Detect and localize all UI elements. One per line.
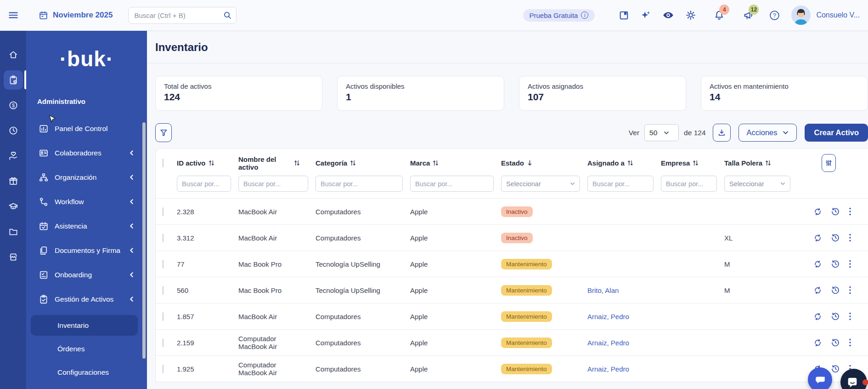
- bookmark-save-icon[interactable]: [619, 10, 629, 21]
- sort-toggle-icon[interactable]: [294, 160, 300, 166]
- kebab-menu-icon[interactable]: [849, 286, 851, 295]
- filter-input-nombre-del-activo[interactable]: [238, 176, 308, 192]
- row-checkbox[interactable]: [163, 207, 163, 216]
- sort-toggle-icon[interactable]: [627, 160, 633, 166]
- sidebar-subitem-configuraciones[interactable]: Configuraciones: [31, 362, 138, 383]
- sort-toggle-icon[interactable]: [433, 160, 439, 166]
- kebab-menu-icon[interactable]: [849, 233, 851, 242]
- kebab-menu-icon[interactable]: [849, 207, 851, 216]
- cell-marca: Apple: [410, 260, 501, 268]
- visibility-eye-icon[interactable]: [662, 9, 674, 21]
- cell-estado: Mantenimiento: [501, 338, 587, 348]
- settings-gear-icon[interactable]: [685, 10, 696, 21]
- sync-asset-icon[interactable]: [813, 234, 822, 242]
- select-all-checkbox[interactable]: [163, 159, 163, 167]
- history-icon[interactable]: [831, 233, 840, 242]
- rail-item-home[interactable]: [0, 42, 26, 67]
- download-button[interactable]: [713, 124, 731, 142]
- rail-item-clipboard-clock[interactable]: [0, 67, 26, 92]
- history-icon[interactable]: [831, 338, 840, 347]
- filter-input-marca[interactable]: [410, 176, 494, 192]
- sort-toggle-icon[interactable]: [209, 160, 214, 166]
- sidebar-item-panel-de-control[interactable]: Panel de Control: [26, 116, 147, 141]
- sidebar-subitem-ordenes[interactable]: Órdenes: [31, 338, 138, 359]
- row-checkbox[interactable]: [163, 260, 163, 269]
- history-icon[interactable]: [831, 312, 840, 321]
- sidebar-item-onboarding[interactable]: Onboarding: [26, 263, 147, 287]
- history-icon[interactable]: [831, 286, 840, 295]
- filter-input-asignado-a[interactable]: [587, 176, 654, 192]
- sync-asset-icon[interactable]: [813, 260, 822, 269]
- row-checkbox[interactable]: [163, 312, 163, 321]
- cell-asignado-a: Brito, Alan: [587, 286, 661, 294]
- page-size-select[interactable]: 50: [644, 124, 679, 141]
- sort-desc-icon[interactable]: [527, 160, 533, 166]
- sort-toggle-icon[interactable]: [350, 160, 356, 166]
- filter-input-empresa[interactable]: [661, 176, 717, 192]
- rail-item-hand-heart[interactable]: [0, 143, 26, 168]
- period-selector[interactable]: Noviembre 2025: [39, 11, 113, 20]
- rail-item-gift[interactable]: [0, 168, 26, 194]
- sidebar-item-colaboradores[interactable]: Colaboradores: [26, 141, 147, 165]
- assignee-link[interactable]: Arnaiz, Pedro: [587, 339, 629, 347]
- global-search-input[interactable]: [128, 7, 237, 24]
- stat-value: 124: [164, 92, 314, 103]
- sidebar-subitem-label: Configuraciones: [57, 368, 109, 377]
- sync-asset-icon[interactable]: [813, 207, 822, 216]
- stat-card-activos-disponibles: Activos disponibles 1: [337, 76, 504, 111]
- row-checkbox[interactable]: [163, 234, 163, 242]
- filter-input-id-activo[interactable]: [177, 176, 231, 192]
- filter-button[interactable]: [155, 123, 172, 142]
- sidebar-item-asistencia[interactable]: Asistencia: [26, 214, 147, 238]
- cell-categoria: Computadores: [316, 234, 410, 242]
- acciones-button[interactable]: Acciones: [738, 124, 797, 142]
- history-icon[interactable]: [831, 364, 840, 373]
- column-settings-button[interactable]: [822, 154, 836, 172]
- row-checkbox[interactable]: [163, 338, 163, 347]
- sort-toggle-icon[interactable]: [765, 160, 771, 166]
- crear-activo-button[interactable]: Crear Activo: [805, 124, 868, 142]
- rail-item-clock[interactable]: [0, 118, 26, 143]
- filter-select-estado[interactable]: Seleccionar: [501, 176, 580, 192]
- assignee-link[interactable]: Brito, Alan: [587, 286, 619, 294]
- row-checkbox[interactable]: [163, 365, 163, 373]
- filter-input-categoria[interactable]: [316, 176, 403, 192]
- rail-item-folder[interactable]: [0, 219, 26, 244]
- notifications-bell-icon[interactable]: 4: [714, 10, 725, 21]
- avatar: [791, 6, 811, 25]
- assignee-link[interactable]: Arnaiz, Pedro: [587, 365, 629, 373]
- history-icon[interactable]: [831, 259, 840, 269]
- search-icon[interactable]: [223, 11, 232, 20]
- inventory-table: ID activo Nombre del activo Categoría Ma…: [155, 148, 868, 382]
- sync-asset-icon[interactable]: [813, 338, 822, 347]
- user-name: Consuelo V...: [816, 11, 860, 19]
- stats-row: Total de activos 124 Activos disponibles…: [147, 63, 868, 111]
- kebab-menu-icon[interactable]: [849, 338, 851, 347]
- sidebar-item-workflow[interactable]: Workflow: [26, 189, 147, 214]
- help-icon[interactable]: ?: [769, 10, 780, 21]
- sort-toggle-icon[interactable]: [693, 160, 699, 166]
- column-header-nombre-del-activo: Nombre del activo: [238, 155, 291, 171]
- sidebar-item-gestion-de-activos[interactable]: Gestión de Activos: [26, 287, 147, 311]
- sync-asset-icon[interactable]: [813, 286, 822, 295]
- row-checkbox[interactable]: [163, 286, 163, 295]
- sidebar-item-organizacion[interactable]: Organización: [26, 165, 147, 189]
- sidebar-scrollbar[interactable]: [142, 122, 146, 359]
- rail-item-coin[interactable]: $: [0, 92, 26, 118]
- sidebar-subitem-inventario[interactable]: Inventario: [31, 315, 138, 336]
- kebab-menu-icon[interactable]: [849, 312, 851, 321]
- sidebar-item-documentos-y-firma[interactable]: Documentos y Firma: [26, 238, 147, 263]
- user-menu[interactable]: Consuelo V...: [791, 6, 860, 25]
- chat-launcher-button[interactable]: [808, 367, 832, 389]
- ai-sparkles-icon[interactable]: [640, 10, 651, 21]
- hamburger-menu-icon[interactable]: [7, 9, 19, 21]
- history-icon[interactable]: [831, 207, 840, 216]
- filter-select-talla-polera[interactable]: Seleccionar: [724, 176, 790, 192]
- assignee-link[interactable]: Arnaiz, Pedro: [587, 313, 629, 320]
- announcements-megaphone-icon[interactable]: 12: [743, 10, 754, 21]
- rail-item-store[interactable]: [0, 244, 26, 269]
- sync-asset-icon[interactable]: [813, 312, 822, 321]
- kebab-menu-icon[interactable]: [849, 259, 851, 269]
- trial-badge[interactable]: Prueba Gratuita i: [523, 9, 595, 22]
- rail-item-graduation-cap[interactable]: [0, 194, 26, 219]
